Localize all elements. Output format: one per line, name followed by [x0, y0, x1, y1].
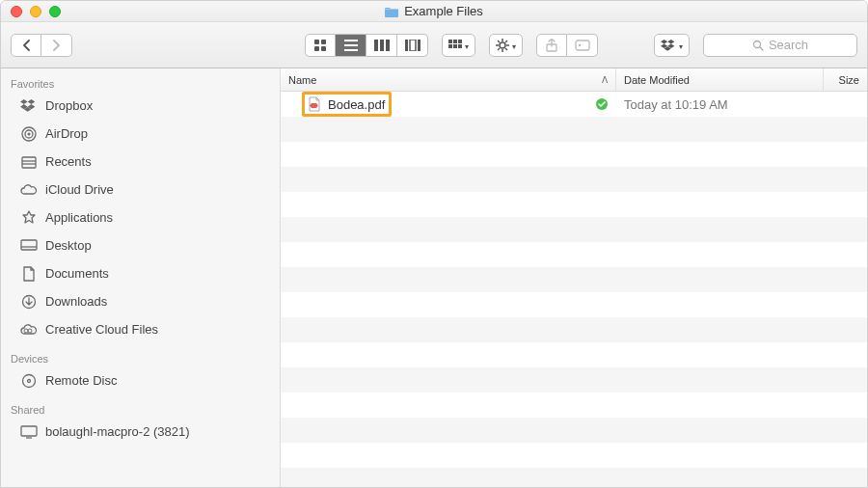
- finder-window: Example Files: [0, 0, 868, 488]
- sidebar-section-shared: Shared: [1, 400, 280, 418]
- column-size[interactable]: Size: [824, 68, 867, 91]
- sidebar-section-devices: Devices: [1, 349, 280, 366]
- sort-caret-icon: ᐱ: [602, 75, 608, 85]
- svg-rect-5: [344, 44, 358, 46]
- zoom-button[interactable]: [49, 6, 61, 17]
- svg-rect-13: [448, 40, 452, 43]
- svg-rect-14: [453, 40, 457, 43]
- sidebar-item-documents[interactable]: Documents: [1, 259, 280, 287]
- svg-rect-1: [321, 40, 326, 44]
- svg-line-32: [760, 47, 763, 50]
- toolbar: Search: [1, 22, 867, 68]
- svg-rect-6: [344, 49, 358, 51]
- svg-rect-11: [410, 40, 416, 51]
- sidebar-item-creative-cloud[interactable]: Creative Cloud Files: [1, 315, 280, 343]
- back-button[interactable]: [11, 34, 41, 57]
- creative-cloud-icon: [20, 321, 38, 339]
- column-view-button[interactable]: [366, 34, 397, 57]
- traffic-lights: [11, 6, 61, 17]
- gallery-view-button[interactable]: [397, 34, 428, 57]
- svg-rect-17: [453, 44, 457, 48]
- column-date[interactable]: Date Modified: [616, 68, 824, 91]
- documents-icon: [20, 265, 38, 283]
- search-placeholder: Search: [769, 38, 808, 52]
- svg-line-27: [498, 48, 500, 50]
- dropbox-icon: [20, 97, 38, 115]
- sidebar-item-remote-disc[interactable]: Remote Disc: [1, 366, 280, 394]
- svg-point-35: [28, 132, 31, 135]
- desktop-icon: [20, 237, 38, 255]
- file-row[interactable]: Bodea.pdf Today at 10:19 AM: [281, 92, 867, 117]
- column-headers: Nameᐱ Date Modified Size: [281, 68, 867, 92]
- sidebar-item-shared-host[interactable]: bolaughl-macpro-2 (3821): [1, 418, 280, 446]
- airdrop-icon: [20, 125, 38, 143]
- sidebar-item-applications[interactable]: Applications: [1, 203, 280, 231]
- svg-point-30: [578, 43, 580, 45]
- sidebar-item-icloud[interactable]: iCloud Drive: [1, 176, 280, 203]
- file-list: Nameᐱ Date Modified Size Bodea.pdf Today…: [281, 68, 867, 487]
- folder-icon: [385, 6, 398, 17]
- svg-rect-39: [21, 240, 37, 250]
- svg-line-24: [498, 41, 500, 42]
- file-name: Bodea.pdf: [328, 97, 385, 112]
- svg-rect-3: [321, 46, 326, 51]
- file-date: Today at 10:19 AM: [616, 97, 824, 112]
- disc-icon: [20, 372, 38, 390]
- titlebar: Example Files: [1, 1, 867, 22]
- host-icon: [20, 423, 38, 441]
- svg-rect-2: [314, 46, 319, 51]
- svg-line-25: [505, 48, 507, 50]
- svg-point-44: [23, 374, 36, 387]
- svg-rect-8: [380, 40, 384, 51]
- svg-point-31: [753, 41, 760, 47]
- svg-point-42: [24, 329, 28, 333]
- share-button[interactable]: [536, 34, 567, 57]
- svg-line-26: [505, 41, 507, 42]
- svg-point-19: [500, 42, 505, 48]
- forward-button[interactable]: [41, 34, 72, 57]
- svg-rect-29: [576, 41, 589, 50]
- sidebar-item-dropbox[interactable]: Dropbox: [1, 92, 280, 120]
- svg-rect-12: [418, 40, 420, 51]
- svg-point-43: [28, 329, 32, 333]
- applications-icon: [20, 209, 38, 227]
- sidebar-item-desktop[interactable]: Desktop: [1, 231, 280, 259]
- svg-rect-10: [405, 40, 408, 51]
- arrange-button[interactable]: [442, 34, 475, 57]
- svg-rect-16: [448, 44, 452, 48]
- nav-buttons: [11, 34, 72, 57]
- icon-view-button[interactable]: [305, 34, 336, 57]
- sync-status-icon: [595, 97, 609, 111]
- recents-icon: [20, 153, 38, 171]
- svg-rect-36: [22, 157, 36, 168]
- svg-rect-46: [21, 426, 37, 436]
- downloads-icon: [20, 293, 38, 311]
- sidebar-item-recents[interactable]: Recents: [1, 148, 280, 176]
- svg-point-45: [28, 379, 31, 382]
- close-button[interactable]: [11, 6, 22, 17]
- sidebar-section-favorites: Favorites: [1, 74, 280, 92]
- svg-rect-4: [344, 40, 358, 41]
- pdf-file-icon: [307, 96, 322, 112]
- icloud-icon: [20, 181, 38, 199]
- search-icon: [752, 40, 764, 51]
- column-name[interactable]: Nameᐱ: [281, 68, 616, 91]
- sidebar-item-downloads[interactable]: Downloads: [1, 287, 280, 315]
- highlighted-file: Bodea.pdf: [302, 92, 392, 117]
- tags-button[interactable]: [567, 34, 598, 57]
- window-title: Example Files: [404, 4, 483, 18]
- sidebar-item-airdrop[interactable]: AirDrop: [1, 120, 280, 148]
- search-field[interactable]: Search: [703, 34, 857, 57]
- svg-rect-7: [374, 40, 378, 51]
- svg-rect-9: [386, 40, 390, 51]
- dropbox-toolbar-button[interactable]: [654, 34, 690, 57]
- action-button[interactable]: [489, 34, 523, 57]
- minimize-button[interactable]: [30, 6, 41, 17]
- sidebar: Favorites Dropbox AirDrop Recents iCloud…: [1, 68, 281, 487]
- view-mode-buttons: [305, 34, 428, 57]
- svg-rect-0: [314, 40, 319, 44]
- list-view-button[interactable]: [336, 34, 366, 57]
